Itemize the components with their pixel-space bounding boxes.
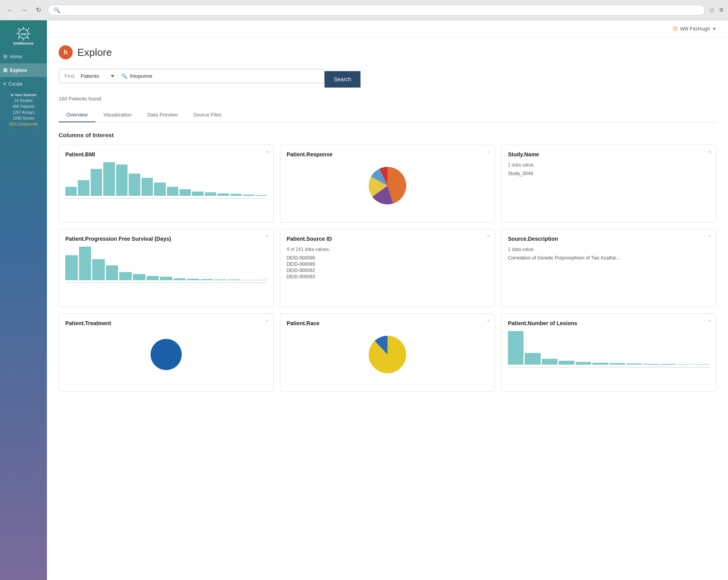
bar-segment bbox=[79, 247, 91, 280]
menu-icon[interactable]: ≡ bbox=[719, 6, 723, 14]
bar-segment bbox=[160, 277, 172, 280]
app-container: 5AM 5AMSunrise ⊞ Home ⊞ Explore ≡ Curate… bbox=[0, 20, 728, 580]
search-input[interactable] bbox=[130, 69, 320, 83]
card-title-source-description: Source.Description bbox=[508, 236, 710, 242]
sidebar: 5AM 5AMSunrise ⊞ Home ⊞ Explore ≡ Curate… bbox=[0, 20, 47, 580]
card-close-patient-race[interactable]: × bbox=[487, 318, 490, 324]
card-close-patient-source-id[interactable]: × bbox=[487, 233, 490, 239]
card-close-patient-number-of-lesions[interactable]: × bbox=[708, 318, 711, 324]
card-close-patient-bmi[interactable]: × bbox=[265, 149, 269, 155]
forward-button[interactable]: → bbox=[19, 5, 30, 16]
card-data-item: Correlation of Genetic Polymorphism of T… bbox=[508, 255, 710, 261]
bar-segment bbox=[167, 187, 178, 196]
url-input[interactable] bbox=[63, 7, 699, 13]
bar-segment bbox=[116, 165, 127, 196]
logo: 5AM 5AMSunrise bbox=[8, 24, 39, 46]
nav-buttons: ← → ↻ bbox=[5, 5, 44, 16]
bar-segment bbox=[643, 364, 659, 365]
bar-segment bbox=[119, 272, 132, 281]
curate-icon: ≡ bbox=[3, 81, 6, 87]
bookmark-icon[interactable]: ☆ bbox=[709, 6, 715, 14]
bar-segment bbox=[542, 359, 558, 365]
bar-segment bbox=[187, 279, 199, 280]
bar-segment bbox=[217, 193, 229, 196]
bar-segment bbox=[256, 195, 267, 196]
sidebar-section-title: In Your Sunrise bbox=[7, 91, 39, 98]
bar-segment bbox=[201, 279, 213, 280]
bar-segment bbox=[91, 169, 102, 196]
card-close-patient-response[interactable]: × bbox=[487, 149, 490, 155]
bar-segment bbox=[179, 189, 191, 196]
card-data-count-source-description: 1 data value. bbox=[508, 247, 710, 252]
bar-segment bbox=[192, 192, 203, 196]
sidebar-item-home[interactable]: ⊞ Home bbox=[0, 50, 47, 63]
card-data-count-study-name: 1 data value. bbox=[508, 162, 710, 168]
chart-axis-patient-progression bbox=[65, 283, 267, 283]
bar-segment bbox=[610, 363, 625, 365]
bar-segment bbox=[65, 255, 78, 281]
card-title-patient-bmi: Patient.BMI bbox=[65, 151, 267, 158]
tab-overview[interactable]: Overview bbox=[59, 108, 95, 122]
pie-container-patient-response bbox=[287, 162, 488, 209]
page-icon: h bbox=[59, 45, 73, 59]
circle-container-patient-treatment bbox=[65, 331, 267, 378]
bar-segment bbox=[92, 259, 105, 280]
sidebar-stat-compounds[interactable]: 663 Compounds bbox=[4, 121, 42, 127]
address-bar[interactable]: 🔍 bbox=[48, 5, 705, 16]
pie-svg-patient-race bbox=[366, 333, 409, 376]
tab-data-preview[interactable]: Data Preview bbox=[140, 108, 185, 122]
card-patient-number-of-lesions: Patient.Number of Lesions × bbox=[501, 313, 716, 392]
card-close-patient-progression[interactable]: × bbox=[265, 233, 269, 239]
find-dropdown[interactable]: Patients Studies Assays Genes Compounds bbox=[78, 69, 117, 83]
card-data-count-patient-source-id: 4 of 241 data values. bbox=[287, 247, 488, 252]
card-study-name: Study.Name × 1 data value.Study_3049 bbox=[501, 145, 716, 223]
cards-grid: Patient.BMI × Patient.Response × Study.N… bbox=[59, 145, 716, 392]
svg-line-5 bbox=[18, 28, 20, 30]
bar-segment bbox=[576, 362, 591, 365]
browser-actions: ☆ ≡ bbox=[709, 6, 723, 14]
card-title-patient-response: Patient.Response bbox=[287, 151, 488, 158]
chart-axis-patient-number-of-lesions bbox=[508, 367, 710, 367]
sidebar-stat-genes[interactable]: 1840 Genes bbox=[8, 115, 39, 121]
sidebar-stat-studies[interactable]: 16 Studies bbox=[9, 98, 37, 104]
tab-visualization[interactable]: Visualization bbox=[95, 108, 140, 122]
bar-segment bbox=[255, 280, 267, 280]
search-button[interactable]: Search bbox=[325, 71, 360, 88]
card-patient-response: Patient.Response × bbox=[280, 145, 495, 223]
explore-icon: ⊞ bbox=[3, 67, 7, 73]
card-close-patient-treatment[interactable]: × bbox=[265, 318, 269, 324]
card-title-patient-number-of-lesions: Patient.Number of Lesions bbox=[508, 320, 710, 326]
bar-segment bbox=[677, 364, 693, 365]
sidebar-nav: ⊞ Home ⊞ Explore ≡ Curate bbox=[0, 50, 47, 91]
card-data-item: DEID-000092 bbox=[287, 268, 488, 273]
columns-section-title: Columns of Interest bbox=[59, 132, 716, 138]
bar-segment bbox=[694, 364, 710, 365]
browser-chrome: ← → ↻ 🔍 ☆ ≡ bbox=[0, 0, 728, 20]
sidebar-item-explore[interactable]: ⊞ Explore bbox=[0, 63, 47, 77]
bar-segment bbox=[106, 265, 118, 280]
bar-segment bbox=[559, 361, 574, 365]
tab-source-files[interactable]: Source Files bbox=[185, 108, 229, 122]
bar-segment bbox=[78, 180, 89, 196]
search-bar: Find Patients Studies Assays Genes Compo… bbox=[59, 69, 325, 83]
card-close-study-name[interactable]: × bbox=[708, 149, 711, 155]
reload-button[interactable]: ↻ bbox=[33, 5, 44, 16]
back-button[interactable]: ← bbox=[5, 5, 16, 16]
svg-line-8 bbox=[18, 37, 20, 39]
user-info[interactable]: ⚙ Will FitzHugh ▼ bbox=[672, 25, 716, 32]
sidebar-stat-assays[interactable]: 1267 Assays bbox=[8, 109, 39, 115]
card-patient-treatment: Patient.Treatment × bbox=[59, 313, 274, 392]
svg-line-7 bbox=[27, 28, 29, 30]
page-header: h Explore bbox=[59, 45, 716, 59]
bar-segment bbox=[205, 192, 216, 196]
card-data-item: Study_3049 bbox=[508, 171, 710, 176]
bar-segment bbox=[154, 183, 165, 196]
content-area: h Explore Find Patients Studies Assays G… bbox=[47, 38, 728, 399]
sidebar-item-curate[interactable]: ≡ Curate bbox=[0, 77, 47, 91]
sidebar-stat-patients[interactable]: 466 Patients bbox=[8, 104, 39, 109]
bar-segment bbox=[142, 178, 153, 196]
card-close-source-description[interactable]: × bbox=[708, 233, 711, 239]
bar-segment bbox=[214, 279, 227, 280]
search-magnifier-icon: 🔍 bbox=[121, 73, 127, 79]
card-patient-race: Patient.Race × bbox=[280, 313, 495, 392]
